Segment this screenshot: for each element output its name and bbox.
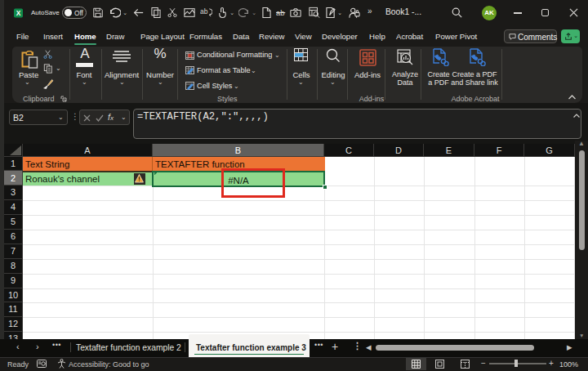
svg-text:X: X — [16, 9, 21, 17]
svg-text:ab: ab — [200, 7, 208, 16]
